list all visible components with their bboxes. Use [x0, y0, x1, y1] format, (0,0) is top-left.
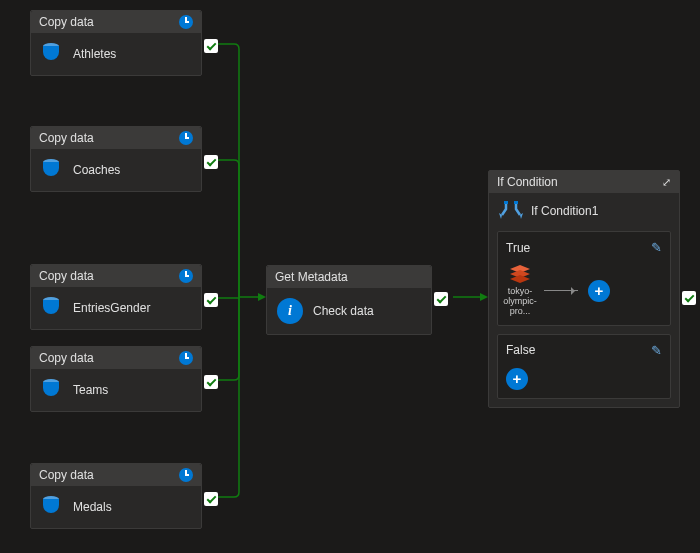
- clock-icon: [179, 468, 193, 482]
- pipeline-canvas[interactable]: Copy data Athletes Copy data Coaches Cop…: [0, 0, 700, 553]
- database-icon: [41, 379, 63, 401]
- clock-icon: [179, 131, 193, 145]
- false-branch[interactable]: False ✎ +: [497, 334, 671, 399]
- success-port[interactable]: [434, 292, 448, 306]
- branch-flow: +: [506, 368, 662, 390]
- node-type-label: Copy data: [39, 131, 94, 145]
- svg-marker-8: [510, 275, 530, 283]
- clock-icon: [179, 15, 193, 29]
- branch-header: True ✎: [506, 240, 662, 255]
- node-header: Copy data: [31, 11, 201, 33]
- true-branch[interactable]: True ✎ tokyo-olympic-pro... +: [497, 231, 671, 326]
- inner-activity-label: tokyo-olympic-pro...: [503, 287, 537, 317]
- databricks-activity[interactable]: tokyo-olympic-pro...: [506, 265, 534, 317]
- pencil-icon[interactable]: ✎: [651, 240, 662, 255]
- activity-name: If Condition1: [531, 204, 598, 218]
- branch-title: True: [506, 241, 530, 255]
- node-header: Copy data: [31, 464, 201, 486]
- svg-rect-5: [514, 201, 518, 204]
- database-icon: [41, 496, 63, 518]
- activity-name: Check data: [313, 304, 374, 318]
- database-icon: [41, 159, 63, 181]
- arrow-icon: [544, 290, 578, 291]
- node-header: If Condition ⤢: [489, 171, 679, 193]
- success-port[interactable]: [204, 492, 218, 506]
- branch-title: False: [506, 343, 535, 357]
- node-type-label: Copy data: [39, 15, 94, 29]
- clock-icon: [179, 269, 193, 283]
- node-body: Medals: [31, 486, 201, 528]
- node-body: Athletes: [31, 33, 201, 75]
- success-port[interactable]: [204, 293, 218, 307]
- activity-copy-teams[interactable]: Copy data Teams: [30, 346, 202, 412]
- activity-get-metadata[interactable]: Get Metadata i Check data: [266, 265, 432, 335]
- activity-name: EntriesGender: [73, 301, 150, 315]
- activity-name: Medals: [73, 500, 112, 514]
- svg-marker-1: [480, 293, 488, 301]
- info-icon: i: [277, 298, 303, 324]
- activity-copy-medals[interactable]: Copy data Medals: [30, 463, 202, 529]
- branch-flow: tokyo-olympic-pro... +: [506, 265, 662, 317]
- node-header: Copy data: [31, 127, 201, 149]
- branch-header: False ✎: [506, 343, 662, 358]
- success-port[interactable]: [204, 39, 218, 53]
- add-activity-button[interactable]: +: [588, 280, 610, 302]
- node-body: EntriesGender: [31, 287, 201, 329]
- database-icon: [41, 297, 63, 319]
- success-port[interactable]: [204, 375, 218, 389]
- branch-icon: [499, 201, 523, 221]
- node-header: Copy data: [31, 265, 201, 287]
- svg-marker-0: [258, 293, 266, 301]
- node-body: Coaches: [31, 149, 201, 191]
- database-icon: [41, 43, 63, 65]
- node-type-label: Get Metadata: [275, 270, 348, 284]
- node-header: Get Metadata: [267, 266, 431, 288]
- activity-if-condition[interactable]: If Condition ⤢ If Condition1 True ✎: [488, 170, 680, 408]
- node-type-label: If Condition: [497, 175, 558, 189]
- node-body: i Check data: [267, 288, 431, 334]
- add-activity-button[interactable]: +: [506, 368, 528, 390]
- activity-copy-athletes[interactable]: Copy data Athletes: [30, 10, 202, 76]
- success-port[interactable]: [204, 155, 218, 169]
- node-type-label: Copy data: [39, 468, 94, 482]
- node-body: Teams: [31, 369, 201, 411]
- activity-name: Athletes: [73, 47, 116, 61]
- svg-rect-4: [504, 201, 508, 204]
- clock-icon: [179, 351, 193, 365]
- expand-icon[interactable]: ⤢: [662, 176, 671, 189]
- success-port[interactable]: [682, 291, 696, 305]
- activity-name: Coaches: [73, 163, 120, 177]
- pencil-icon[interactable]: ✎: [651, 343, 662, 358]
- activity-copy-entriesgender[interactable]: Copy data EntriesGender: [30, 264, 202, 330]
- activity-copy-coaches[interactable]: Copy data Coaches: [30, 126, 202, 192]
- node-header: Copy data: [31, 347, 201, 369]
- activity-name: Teams: [73, 383, 108, 397]
- node-type-label: Copy data: [39, 269, 94, 283]
- node-type-label: Copy data: [39, 351, 94, 365]
- if-subheader: If Condition1: [489, 193, 679, 231]
